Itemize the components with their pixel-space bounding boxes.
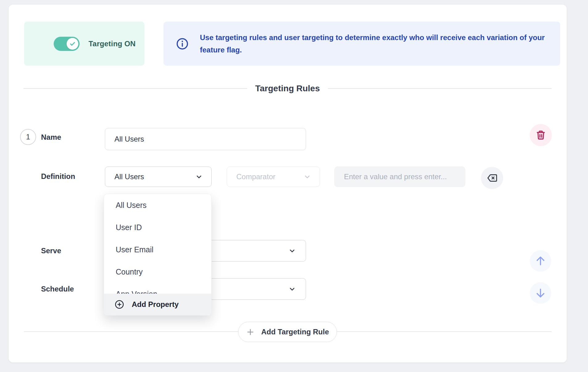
arrow-down-icon — [534, 287, 547, 299]
schedule-label: Schedule — [41, 285, 74, 293]
name-label: Name — [41, 133, 61, 142]
delete-rule-button[interactable] — [530, 124, 552, 146]
section-title: Targeting Rules — [255, 84, 320, 93]
definition-select-value: All Users — [114, 172, 144, 181]
arrow-up-icon — [534, 255, 547, 267]
chevron-down-icon — [304, 173, 311, 180]
definition-label: Definition — [41, 172, 75, 181]
targeting-toggle-box: Targeting ON — [24, 22, 144, 66]
menu-item-user-email[interactable]: User Email — [104, 238, 211, 261]
add-property-label: Add Property — [132, 300, 179, 309]
section-header: Targeting Rules — [23, 82, 552, 95]
chevron-down-icon — [288, 285, 296, 293]
comparator-select-placeholder: Comparator — [236, 172, 275, 181]
chevron-down-icon — [195, 173, 203, 180]
move-rule-down-button[interactable] — [530, 282, 551, 304]
page-background: Targeting ON Use targeting rules and use… — [0, 0, 588, 372]
divider-left — [23, 88, 247, 89]
info-banner-text: Use targeting rules and user targeting t… — [200, 31, 545, 56]
targeting-toggle[interactable] — [54, 37, 80, 51]
targeting-card: Targeting ON Use targeting rules and use… — [9, 5, 567, 362]
definition-select[interactable]: All Users — [105, 167, 212, 187]
info-banner: Use targeting rules and user targeting t… — [164, 22, 560, 66]
menu-item-all-users[interactable]: All Users — [104, 194, 211, 216]
add-targeting-rule-button[interactable]: Add Targeting Rule — [238, 322, 337, 342]
move-rule-up-button[interactable] — [530, 250, 551, 272]
plus-icon — [246, 328, 255, 336]
circle-plus-icon — [114, 300, 124, 309]
info-icon — [176, 37, 189, 50]
definition-dropdown-menu: All Users User ID User Email Country App… — [104, 194, 212, 316]
backspace-icon — [487, 172, 498, 184]
trash-icon — [536, 130, 546, 140]
definition-dropdown-list: All Users User ID User Email Country App… — [104, 194, 211, 294]
serve-label: Serve — [41, 246, 61, 255]
add-targeting-rule-label: Add Targeting Rule — [261, 328, 329, 336]
check-icon — [69, 40, 76, 47]
divider-right — [328, 88, 552, 89]
rule-number-badge: 1 — [20, 129, 36, 145]
add-property-button[interactable]: Add Property — [104, 294, 211, 315]
menu-item-country[interactable]: Country — [104, 261, 211, 283]
rule-name-input[interactable] — [105, 128, 306, 150]
toggle-knob — [67, 38, 78, 50]
menu-item-user-id[interactable]: User ID — [104, 216, 211, 238]
comparator-select[interactable]: Comparator — [227, 167, 320, 187]
menu-item-app-version[interactable]: App Version — [104, 283, 211, 294]
chevron-down-icon — [288, 247, 296, 254]
clear-value-button[interactable] — [481, 167, 503, 189]
value-input[interactable] — [334, 167, 465, 187]
targeting-toggle-label: Targeting ON — [89, 22, 136, 66]
